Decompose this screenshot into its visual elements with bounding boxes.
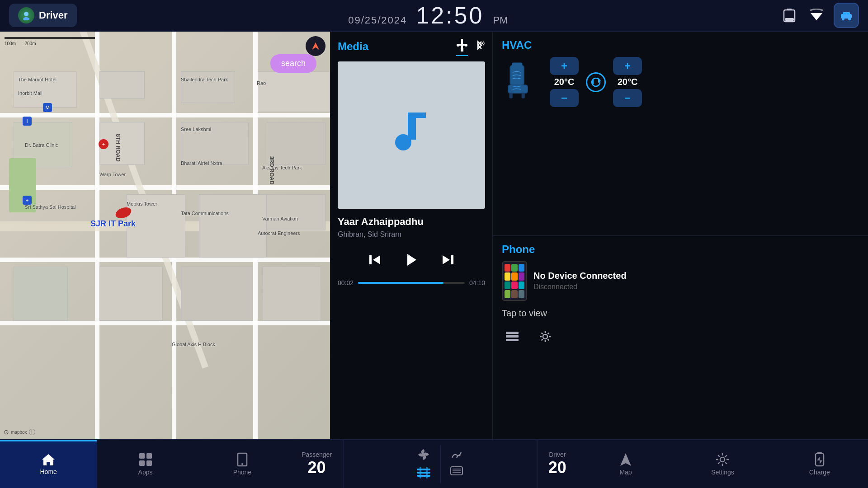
phone-bottom-icons bbox=[502, 326, 859, 347]
driver-face-icon bbox=[21, 10, 31, 20]
progress-row: 00:02 04:10 bbox=[338, 279, 485, 286]
top-bar: Driver 09/25/2024 12:50 PM bbox=[0, 0, 868, 32]
app-icon-6 bbox=[519, 272, 524, 281]
vent-icon[interactable] bbox=[417, 467, 430, 481]
apps-label: Apps bbox=[138, 469, 153, 476]
svg-rect-42 bbox=[146, 453, 152, 459]
driver-button[interactable]: Driver bbox=[9, 4, 77, 27]
navigation-icon[interactable] bbox=[306, 36, 326, 56]
nav-apps[interactable]: Apps bbox=[97, 440, 193, 488]
apps-icon bbox=[138, 452, 153, 467]
clock-display: 09/25/2024 12:50 PM bbox=[348, 2, 508, 29]
svg-rect-23 bbox=[369, 255, 372, 264]
svg-point-1 bbox=[23, 17, 29, 20]
media-header: Media bbox=[338, 39, 485, 54]
map-label-sathya: Sri Sathya Sai Hospital bbox=[25, 204, 76, 210]
hvac-right-minus[interactable]: − bbox=[613, 89, 642, 107]
top-right-controls bbox=[779, 3, 859, 28]
phone-device: No Device Connected Disconnected bbox=[502, 261, 859, 301]
svg-rect-33 bbox=[522, 93, 525, 99]
hvac-right-temp: 20°C bbox=[618, 77, 638, 87]
svg-point-0 bbox=[24, 12, 28, 16]
usb-icon[interactable] bbox=[456, 39, 468, 54]
fan-icon[interactable] bbox=[416, 447, 431, 465]
hvac-left-minus[interactable]: − bbox=[550, 89, 579, 107]
phone-icon bbox=[236, 452, 249, 467]
svg-marker-60 bbox=[817, 457, 822, 464]
rear-defrost-icon[interactable] bbox=[450, 465, 463, 479]
ampm-display: PM bbox=[493, 14, 508, 26]
hvac-left-plus[interactable]: + bbox=[550, 57, 579, 75]
svg-marker-5 bbox=[811, 13, 822, 20]
svg-rect-41 bbox=[139, 453, 145, 459]
svg-rect-51 bbox=[426, 467, 428, 479]
phone-list-button[interactable] bbox=[502, 326, 524, 347]
tap-to-view[interactable]: Tap to view bbox=[502, 308, 859, 319]
bluetooth-music-icon[interactable] bbox=[473, 39, 485, 54]
svg-point-9 bbox=[848, 18, 851, 20]
phone-thumbnail bbox=[502, 261, 527, 301]
app-icon-8 bbox=[511, 282, 517, 290]
nav-charge[interactable]: Charge bbox=[771, 440, 868, 488]
home-label: Home bbox=[40, 468, 57, 475]
hvac-sync[interactable] bbox=[586, 72, 606, 92]
car-icon-button[interactable] bbox=[834, 3, 859, 28]
map-label-marriott: The Marriot Hotel bbox=[18, 77, 57, 82]
seat-icon bbox=[502, 61, 542, 103]
battery-icon bbox=[779, 5, 799, 25]
center-hvac-controls bbox=[343, 440, 537, 488]
hvac-left-control: + 20°C − bbox=[550, 57, 579, 107]
scale-bar: 100m 200m bbox=[5, 37, 95, 47]
nav-map[interactable]: Map bbox=[577, 440, 674, 488]
date-display: 09/25/2024 bbox=[348, 14, 407, 26]
phone-title: Phone bbox=[502, 243, 859, 256]
map-label-tata: Tata Communications bbox=[181, 211, 229, 216]
main-content: The Marriot Hotel Inorbit Mall Shailendr… bbox=[0, 32, 868, 439]
wifi-icon bbox=[807, 5, 826, 25]
app-icon-4 bbox=[505, 272, 510, 281]
nav-phone[interactable]: Phone bbox=[194, 440, 291, 488]
settings-label: Settings bbox=[711, 469, 734, 476]
settings-icon bbox=[715, 452, 730, 467]
svg-rect-14 bbox=[459, 44, 465, 46]
progress-fill bbox=[358, 282, 443, 284]
svg-rect-50 bbox=[420, 467, 421, 479]
hvac-right-plus[interactable]: + bbox=[613, 57, 642, 75]
time-total: 04:10 bbox=[469, 279, 485, 286]
map-label-varman: Varman Aviation bbox=[262, 216, 298, 221]
driver-temp-value: 20 bbox=[548, 458, 566, 477]
poi-sathya-sai: + bbox=[23, 196, 32, 205]
app-icon-7 bbox=[505, 282, 510, 290]
progress-bar[interactable] bbox=[358, 282, 465, 284]
nav-home[interactable]: Home bbox=[0, 440, 97, 488]
next-button[interactable] bbox=[442, 253, 454, 266]
svg-rect-3 bbox=[787, 9, 792, 10]
svg-rect-59 bbox=[817, 452, 822, 454]
previous-button[interactable] bbox=[368, 253, 381, 266]
svg-rect-10 bbox=[843, 13, 846, 14]
map-label-shailendra: Shailendra Tech Park bbox=[181, 77, 228, 82]
nav-settings[interactable]: Settings bbox=[674, 440, 771, 488]
svg-rect-32 bbox=[509, 93, 513, 99]
play-button[interactable] bbox=[399, 248, 424, 272]
app-icon-3 bbox=[519, 264, 524, 272]
map-background: The Marriot Hotel Inorbit Mall Shailendr… bbox=[0, 32, 330, 439]
home-icon bbox=[41, 453, 56, 466]
map-label-rao: Rao bbox=[257, 80, 266, 86]
map-label-bharati: Bharati Airtel Nxtra bbox=[181, 160, 222, 166]
phone-settings-button[interactable] bbox=[534, 326, 556, 347]
heat-icon[interactable] bbox=[450, 449, 463, 463]
poi-marriott: M bbox=[43, 103, 52, 112]
song-title: Yaar Azhaippadhu bbox=[338, 216, 485, 228]
svg-marker-24 bbox=[407, 254, 416, 266]
passenger-temp: Passenger 20 bbox=[291, 440, 343, 488]
driver-temp: Driver 20 bbox=[537, 440, 577, 488]
seat-svg bbox=[502, 61, 538, 102]
map-label-warp: Warp Tower bbox=[99, 172, 126, 177]
svg-point-18 bbox=[481, 42, 483, 44]
bottom-bar: Home Apps Phone Passenger 20 bbox=[0, 439, 868, 488]
map-section[interactable]: The Marriot Hotel Inorbit Mall Shailendr… bbox=[0, 32, 330, 439]
search-button[interactable]: search bbox=[270, 54, 316, 73]
svg-point-45 bbox=[241, 463, 243, 465]
svg-rect-43 bbox=[139, 460, 145, 466]
